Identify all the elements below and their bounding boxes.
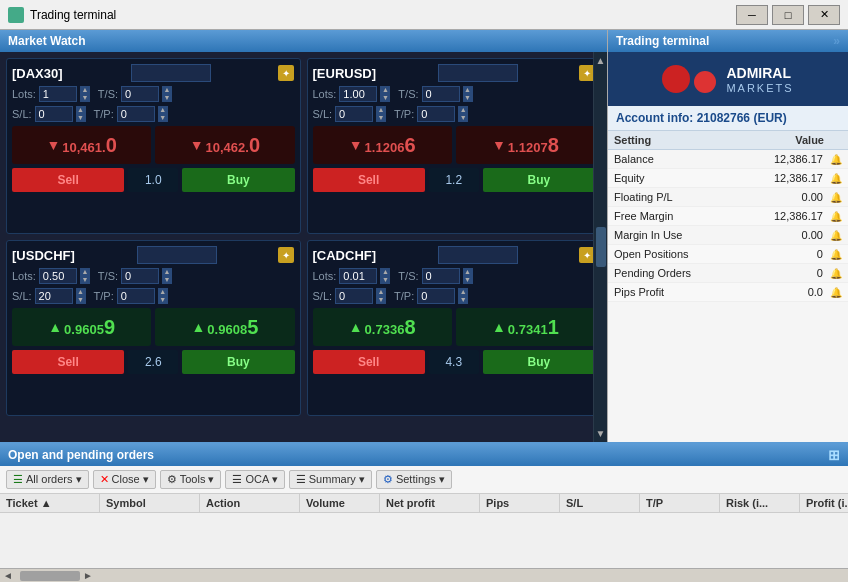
ts-up[interactable]: ▲ [463, 268, 473, 276]
buy-button[interactable]: Buy [483, 350, 595, 374]
lots-up[interactable]: ▲ [380, 268, 390, 276]
lots-down[interactable]: ▼ [380, 276, 390, 284]
col-header-6[interactable]: S/L [560, 494, 640, 512]
lots-input[interactable] [39, 86, 77, 102]
ts-spinner[interactable]: ▲ ▼ [463, 86, 473, 102]
col-header-4[interactable]: Net profit [380, 494, 480, 512]
bell-icon[interactable]: 🔔 [830, 173, 842, 184]
lots-up[interactable]: ▲ [80, 86, 90, 94]
lots-input[interactable] [339, 86, 377, 102]
instr-input[interactable] [137, 246, 217, 264]
tools-button[interactable]: ⚙ Tools ▾ [160, 470, 222, 489]
col-header-3[interactable]: Volume [300, 494, 380, 512]
tp-spinner[interactable]: ▲ ▼ [158, 106, 168, 122]
sell-button[interactable]: Sell [12, 168, 124, 192]
scroll-up-arrow[interactable]: ▲ [596, 52, 606, 69]
sl-down[interactable]: ▼ [376, 296, 386, 304]
summary-button[interactable]: ☰ Summary ▾ [289, 470, 372, 489]
hscroll-thumb[interactable] [20, 571, 80, 581]
sl-spinner[interactable]: ▲ ▼ [76, 288, 86, 304]
bell-icon[interactable]: 🔔 [830, 211, 842, 222]
tp-spinner[interactable]: ▲ ▼ [458, 106, 468, 122]
tp-up[interactable]: ▲ [458, 106, 468, 114]
tp-input[interactable] [417, 288, 455, 304]
col-header-2[interactable]: Action [200, 494, 300, 512]
sl-spinner[interactable]: ▲ ▼ [76, 106, 86, 122]
ts-input[interactable] [121, 268, 159, 284]
tp-spinner[interactable]: ▲ ▼ [458, 288, 468, 304]
bell-icon[interactable]: 🔔 [830, 249, 842, 260]
sl-up[interactable]: ▲ [376, 288, 386, 296]
sl-input[interactable] [35, 288, 73, 304]
all-orders-button[interactable]: ☰ All orders ▾ [6, 470, 89, 489]
sl-input[interactable] [335, 106, 373, 122]
scroll-down-arrow[interactable]: ▼ [596, 425, 606, 442]
sell-button[interactable]: Sell [313, 350, 425, 374]
ts-spinner[interactable]: ▲ ▼ [463, 268, 473, 284]
sl-up[interactable]: ▲ [76, 288, 86, 296]
col-header-5[interactable]: Pips [480, 494, 560, 512]
sl-down[interactable]: ▼ [76, 114, 86, 122]
hscroll-right-arrow[interactable]: ► [80, 570, 96, 581]
lots-input[interactable] [339, 268, 377, 284]
tp-input[interactable] [117, 106, 155, 122]
close-button[interactable]: ✕ [808, 5, 840, 25]
sell-button[interactable]: Sell [313, 168, 425, 192]
lots-down[interactable]: ▼ [80, 276, 90, 284]
minimize-button[interactable]: ─ [736, 5, 768, 25]
col-header-9[interactable]: Profit (i... [800, 494, 848, 512]
sl-input[interactable] [35, 106, 73, 122]
lots-down[interactable]: ▼ [80, 94, 90, 102]
sl-spinner[interactable]: ▲ ▼ [376, 106, 386, 122]
instr-input[interactable] [438, 246, 518, 264]
lots-spinner[interactable]: ▲ ▼ [80, 268, 90, 284]
bell-icon[interactable]: 🔔 [830, 192, 842, 203]
tp-down[interactable]: ▼ [458, 296, 468, 304]
tp-down[interactable]: ▼ [158, 114, 168, 122]
sl-down[interactable]: ▼ [376, 114, 386, 122]
expand-icon[interactable]: » [833, 34, 840, 48]
ts-spinner[interactable]: ▲ ▼ [162, 268, 172, 284]
bell-icon[interactable]: 🔔 [830, 287, 842, 298]
settings-button[interactable]: ⚙ Settings ▾ [376, 470, 452, 489]
scroll-thumb[interactable] [596, 227, 606, 267]
tp-up[interactable]: ▲ [158, 288, 168, 296]
tp-input[interactable] [117, 288, 155, 304]
ts-up[interactable]: ▲ [162, 86, 172, 94]
instr-input[interactable] [438, 64, 518, 82]
hscroll-left-arrow[interactable]: ◄ [0, 570, 16, 581]
col-header-0[interactable]: Ticket ▲ [0, 494, 100, 512]
bell-icon[interactable]: 🔔 [830, 154, 842, 165]
instr-input[interactable] [131, 64, 211, 82]
tp-down[interactable]: ▼ [158, 296, 168, 304]
tp-up[interactable]: ▲ [458, 288, 468, 296]
close-button-toolbar[interactable]: ✕ Close ▾ [93, 470, 156, 489]
col-header-8[interactable]: Risk (i... [720, 494, 800, 512]
lots-up[interactable]: ▲ [380, 86, 390, 94]
col-header-1[interactable]: Symbol [100, 494, 200, 512]
sl-input[interactable] [335, 288, 373, 304]
ts-input[interactable] [121, 86, 159, 102]
lots-spinner[interactable]: ▲ ▼ [80, 86, 90, 102]
lots-up[interactable]: ▲ [80, 268, 90, 276]
lots-input[interactable] [39, 268, 77, 284]
ts-input[interactable] [422, 86, 460, 102]
col-header-7[interactable]: T/P [640, 494, 720, 512]
ts-up[interactable]: ▲ [162, 268, 172, 276]
tp-down[interactable]: ▼ [458, 114, 468, 122]
sl-spinner[interactable]: ▲ ▼ [376, 288, 386, 304]
ts-input[interactable] [422, 268, 460, 284]
ts-down[interactable]: ▼ [463, 94, 473, 102]
lots-spinner[interactable]: ▲ ▼ [380, 86, 390, 102]
sl-down[interactable]: ▼ [76, 296, 86, 304]
maximize-button[interactable]: □ [772, 5, 804, 25]
lots-spinner[interactable]: ▲ ▼ [380, 268, 390, 284]
tp-input[interactable] [417, 106, 455, 122]
sell-button[interactable]: Sell [12, 350, 124, 374]
buy-button[interactable]: Buy [483, 168, 595, 192]
oca-button[interactable]: ☰ OCA ▾ [225, 470, 284, 489]
ts-down[interactable]: ▼ [463, 276, 473, 284]
tp-spinner[interactable]: ▲ ▼ [158, 288, 168, 304]
ts-spinner[interactable]: ▲ ▼ [162, 86, 172, 102]
scrollbar-vertical[interactable]: ▲ ▼ [593, 52, 607, 442]
